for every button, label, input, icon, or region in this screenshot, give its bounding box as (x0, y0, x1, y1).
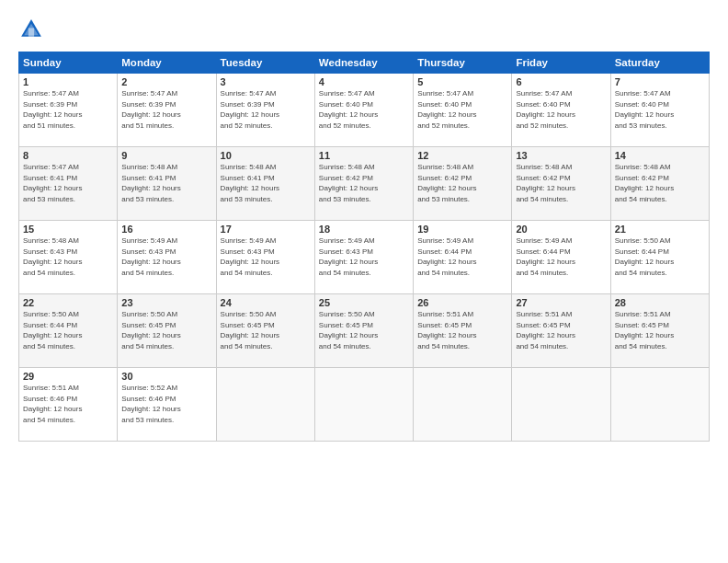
calendar-cell: 21Sunrise: 5:50 AM Sunset: 6:44 PM Dayli… (610, 221, 709, 294)
calendar-cell: 11Sunrise: 5:48 AM Sunset: 6:42 PM Dayli… (314, 147, 413, 221)
day-info: Sunrise: 5:49 AM Sunset: 6:43 PM Dayligh… (221, 236, 311, 278)
day-number: 17 (221, 224, 311, 235)
day-info: Sunrise: 5:50 AM Sunset: 6:45 PM Dayligh… (121, 309, 211, 351)
header (18, 17, 710, 42)
day-number: 5 (417, 76, 507, 87)
calendar-cell: 23Sunrise: 5:50 AM Sunset: 6:45 PM Dayli… (118, 294, 216, 368)
day-number: 13 (516, 150, 606, 161)
day-info: Sunrise: 5:48 AM Sunset: 6:41 PM Dayligh… (121, 162, 211, 204)
calendar-week-1: 1Sunrise: 5:47 AM Sunset: 6:39 PM Daylig… (19, 74, 710, 147)
calendar-cell: 2Sunrise: 5:47 AM Sunset: 6:39 PM Daylig… (118, 74, 216, 147)
day-info: Sunrise: 5:49 AM Sunset: 6:44 PM Dayligh… (516, 236, 606, 278)
calendar-cell: 9Sunrise: 5:48 AM Sunset: 6:41 PM Daylig… (118, 147, 216, 221)
day-number: 24 (221, 297, 311, 308)
calendar-cell: 20Sunrise: 5:49 AM Sunset: 6:44 PM Dayli… (512, 221, 610, 294)
weekday-header-row: SundayMondayTuesdayWednesdayThursdayFrid… (19, 52, 710, 74)
day-info: Sunrise: 5:52 AM Sunset: 6:46 PM Dayligh… (121, 383, 211, 425)
weekday-sunday: Sunday (19, 52, 118, 74)
day-number: 29 (23, 371, 113, 382)
day-number: 30 (121, 371, 211, 382)
day-number: 20 (516, 224, 606, 235)
calendar-cell (314, 368, 413, 442)
calendar-cell: 24Sunrise: 5:50 AM Sunset: 6:45 PM Dayli… (216, 294, 314, 368)
day-number: 16 (121, 224, 211, 235)
weekday-saturday: Saturday (610, 52, 709, 74)
svg-rect-2 (28, 28, 34, 36)
calendar-cell: 6Sunrise: 5:47 AM Sunset: 6:40 PM Daylig… (512, 74, 610, 147)
day-info: Sunrise: 5:48 AM Sunset: 6:43 PM Dayligh… (23, 236, 113, 278)
day-number: 21 (615, 224, 705, 235)
day-info: Sunrise: 5:49 AM Sunset: 6:43 PM Dayligh… (121, 236, 211, 278)
day-number: 6 (516, 76, 606, 87)
weekday-thursday: Thursday (414, 52, 512, 74)
day-number: 9 (121, 150, 211, 161)
day-number: 11 (319, 150, 409, 161)
calendar-week-5: 29Sunrise: 5:51 AM Sunset: 6:46 PM Dayli… (19, 368, 710, 442)
weekday-monday: Monday (118, 52, 216, 74)
weekday-tuesday: Tuesday (216, 52, 314, 74)
calendar-cell: 12Sunrise: 5:48 AM Sunset: 6:42 PM Dayli… (414, 147, 512, 221)
day-info: Sunrise: 5:48 AM Sunset: 6:42 PM Dayligh… (615, 162, 705, 204)
calendar-cell: 25Sunrise: 5:50 AM Sunset: 6:45 PM Dayli… (314, 294, 413, 368)
weekday-friday: Friday (512, 52, 610, 74)
day-info: Sunrise: 5:48 AM Sunset: 6:42 PM Dayligh… (516, 162, 606, 204)
day-number: 7 (615, 76, 705, 87)
calendar-cell: 1Sunrise: 5:47 AM Sunset: 6:39 PM Daylig… (19, 74, 118, 147)
day-info: Sunrise: 5:47 AM Sunset: 6:40 PM Dayligh… (417, 88, 507, 131)
calendar-week-3: 15Sunrise: 5:48 AM Sunset: 6:43 PM Dayli… (19, 221, 710, 294)
calendar-cell: 13Sunrise: 5:48 AM Sunset: 6:42 PM Dayli… (512, 147, 610, 221)
calendar-cell: 14Sunrise: 5:48 AM Sunset: 6:42 PM Dayli… (610, 147, 709, 221)
weekday-wednesday: Wednesday (314, 52, 413, 74)
day-number: 19 (417, 224, 507, 235)
day-number: 4 (319, 76, 409, 87)
day-number: 2 (121, 76, 211, 87)
calendar-cell: 22Sunrise: 5:50 AM Sunset: 6:44 PM Dayli… (19, 294, 118, 368)
day-info: Sunrise: 5:50 AM Sunset: 6:45 PM Dayligh… (319, 309, 409, 351)
calendar-cell (414, 368, 512, 442)
calendar-cell: 10Sunrise: 5:48 AM Sunset: 6:41 PM Dayli… (216, 147, 314, 221)
day-info: Sunrise: 5:48 AM Sunset: 6:42 PM Dayligh… (319, 162, 409, 204)
day-info: Sunrise: 5:50 AM Sunset: 6:45 PM Dayligh… (221, 309, 311, 351)
day-number: 26 (417, 297, 507, 308)
calendar-cell: 27Sunrise: 5:51 AM Sunset: 6:45 PM Dayli… (512, 294, 610, 368)
day-number: 28 (615, 297, 705, 308)
day-number: 12 (417, 150, 507, 161)
day-info: Sunrise: 5:51 AM Sunset: 6:46 PM Dayligh… (23, 383, 113, 425)
calendar-cell (610, 368, 709, 442)
calendar-cell: 16Sunrise: 5:49 AM Sunset: 6:43 PM Dayli… (118, 221, 216, 294)
day-info: Sunrise: 5:49 AM Sunset: 6:43 PM Dayligh… (319, 236, 409, 278)
day-number: 27 (516, 297, 606, 308)
day-number: 14 (615, 150, 705, 161)
calendar-cell: 19Sunrise: 5:49 AM Sunset: 6:44 PM Dayli… (414, 221, 512, 294)
calendar-cell: 17Sunrise: 5:49 AM Sunset: 6:43 PM Dayli… (216, 221, 314, 294)
calendar-week-2: 8Sunrise: 5:47 AM Sunset: 6:41 PM Daylig… (19, 147, 710, 221)
day-number: 15 (23, 224, 113, 235)
day-info: Sunrise: 5:49 AM Sunset: 6:44 PM Dayligh… (417, 236, 507, 278)
day-info: Sunrise: 5:50 AM Sunset: 6:44 PM Dayligh… (615, 236, 705, 278)
calendar-cell: 28Sunrise: 5:51 AM Sunset: 6:45 PM Dayli… (610, 294, 709, 368)
calendar-cell (216, 368, 314, 442)
day-info: Sunrise: 5:47 AM Sunset: 6:39 PM Dayligh… (23, 88, 113, 131)
calendar-cell (512, 368, 610, 442)
calendar-cell: 15Sunrise: 5:48 AM Sunset: 6:43 PM Dayli… (19, 221, 118, 294)
calendar-cell: 29Sunrise: 5:51 AM Sunset: 6:46 PM Dayli… (19, 368, 118, 442)
calendar-cell: 26Sunrise: 5:51 AM Sunset: 6:45 PM Dayli… (414, 294, 512, 368)
day-info: Sunrise: 5:51 AM Sunset: 6:45 PM Dayligh… (417, 309, 507, 351)
day-number: 8 (23, 150, 113, 161)
day-number: 1 (23, 76, 113, 87)
day-info: Sunrise: 5:47 AM Sunset: 6:39 PM Dayligh… (121, 88, 211, 131)
calendar-cell: 30Sunrise: 5:52 AM Sunset: 6:46 PM Dayli… (118, 368, 216, 442)
calendar-cell: 3Sunrise: 5:47 AM Sunset: 6:39 PM Daylig… (216, 74, 314, 147)
day-info: Sunrise: 5:48 AM Sunset: 6:41 PM Dayligh… (221, 162, 311, 204)
day-info: Sunrise: 5:47 AM Sunset: 6:40 PM Dayligh… (516, 88, 606, 131)
calendar-cell: 4Sunrise: 5:47 AM Sunset: 6:40 PM Daylig… (314, 74, 413, 147)
day-info: Sunrise: 5:50 AM Sunset: 6:44 PM Dayligh… (23, 309, 113, 351)
calendar-cell: 8Sunrise: 5:47 AM Sunset: 6:41 PM Daylig… (19, 147, 118, 221)
day-number: 25 (319, 297, 409, 308)
day-info: Sunrise: 5:47 AM Sunset: 6:41 PM Dayligh… (23, 162, 113, 204)
day-number: 3 (221, 76, 311, 87)
day-number: 18 (319, 224, 409, 235)
day-info: Sunrise: 5:51 AM Sunset: 6:45 PM Dayligh… (615, 309, 705, 351)
logo (18, 17, 48, 42)
day-info: Sunrise: 5:47 AM Sunset: 6:40 PM Dayligh… (319, 88, 409, 131)
